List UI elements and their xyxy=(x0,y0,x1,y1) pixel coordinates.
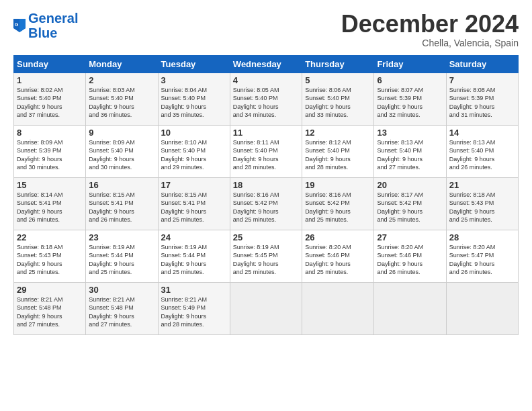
col-monday: Monday xyxy=(86,55,158,73)
col-sunday: Sunday xyxy=(14,55,86,73)
day-number: 30 xyxy=(89,285,154,295)
table-row: 11Sunrise: 8:11 AM Sunset: 5:40 PM Dayli… xyxy=(230,125,302,177)
day-info: Sunrise: 8:07 AM Sunset: 5:39 PM Dayligh… xyxy=(377,86,443,120)
day-info: Sunrise: 8:03 AM Sunset: 5:40 PM Dayligh… xyxy=(89,86,154,120)
table-row xyxy=(374,282,446,334)
day-info: Sunrise: 8:09 AM Sunset: 5:39 PM Dayligh… xyxy=(17,138,83,172)
calendar-week-1: 1Sunrise: 8:02 AM Sunset: 5:40 PM Daylig… xyxy=(14,73,519,125)
calendar-container: G General Blue December 2024 Chella, Val… xyxy=(0,0,532,411)
month-title: December 2024 xyxy=(341,11,519,38)
day-info: Sunrise: 8:13 AM Sunset: 5:40 PM Dayligh… xyxy=(449,138,515,172)
col-saturday: Saturday xyxy=(446,55,518,73)
calendar-table: Sunday Monday Tuesday Wednesday Thursday… xyxy=(13,55,519,335)
header-row: Sunday Monday Tuesday Wednesday Thursday… xyxy=(14,55,519,73)
day-info: Sunrise: 8:13 AM Sunset: 5:40 PM Dayligh… xyxy=(377,138,443,172)
day-number: 13 xyxy=(377,128,443,138)
day-info: Sunrise: 8:08 AM Sunset: 5:39 PM Dayligh… xyxy=(449,86,515,120)
table-row: 1Sunrise: 8:02 AM Sunset: 5:40 PM Daylig… xyxy=(14,73,86,125)
table-row: 15Sunrise: 8:14 AM Sunset: 5:41 PM Dayli… xyxy=(14,177,86,230)
day-number: 10 xyxy=(161,128,227,138)
day-number: 21 xyxy=(449,180,515,190)
svg-marker-1 xyxy=(19,19,26,32)
day-number: 14 xyxy=(449,128,515,138)
table-row: 29Sunrise: 8:21 AM Sunset: 5:48 PM Dayli… xyxy=(14,282,86,334)
day-info: Sunrise: 8:11 AM Sunset: 5:40 PM Dayligh… xyxy=(233,138,299,172)
day-number: 29 xyxy=(17,285,83,295)
calendar-week-3: 15Sunrise: 8:14 AM Sunset: 5:41 PM Dayli… xyxy=(14,177,519,230)
day-number: 7 xyxy=(449,75,515,85)
day-info: Sunrise: 8:18 AM Sunset: 5:43 PM Dayligh… xyxy=(449,191,515,224)
day-number: 9 xyxy=(89,128,154,138)
table-row: 5Sunrise: 8:06 AM Sunset: 5:40 PM Daylig… xyxy=(302,73,374,125)
table-row: 3Sunrise: 8:04 AM Sunset: 5:40 PM Daylig… xyxy=(158,73,230,125)
table-row: 8Sunrise: 8:09 AM Sunset: 5:39 PM Daylig… xyxy=(14,125,86,177)
day-info: Sunrise: 8:20 AM Sunset: 5:46 PM Dayligh… xyxy=(305,243,371,277)
day-info: Sunrise: 8:10 AM Sunset: 5:40 PM Dayligh… xyxy=(161,138,227,172)
day-info: Sunrise: 8:16 AM Sunset: 5:42 PM Dayligh… xyxy=(305,191,371,224)
table-row: 7Sunrise: 8:08 AM Sunset: 5:39 PM Daylig… xyxy=(446,73,518,125)
table-row: 9Sunrise: 8:09 AM Sunset: 5:40 PM Daylig… xyxy=(86,125,158,177)
table-row: 27Sunrise: 8:20 AM Sunset: 5:46 PM Dayli… xyxy=(374,230,446,282)
table-row: 14Sunrise: 8:13 AM Sunset: 5:40 PM Dayli… xyxy=(446,125,518,177)
col-wednesday: Wednesday xyxy=(230,55,302,73)
table-row: 26Sunrise: 8:20 AM Sunset: 5:46 PM Dayli… xyxy=(302,230,374,282)
table-row: 2Sunrise: 8:03 AM Sunset: 5:40 PM Daylig… xyxy=(86,73,158,125)
table-row: 23Sunrise: 8:19 AM Sunset: 5:44 PM Dayli… xyxy=(86,230,158,282)
day-number: 5 xyxy=(305,75,371,85)
table-row: 22Sunrise: 8:18 AM Sunset: 5:43 PM Dayli… xyxy=(14,230,86,282)
table-row: 31Sunrise: 8:21 AM Sunset: 5:49 PM Dayli… xyxy=(158,282,230,334)
day-info: Sunrise: 8:15 AM Sunset: 5:41 PM Dayligh… xyxy=(161,191,227,224)
day-number: 6 xyxy=(377,75,443,85)
day-info: Sunrise: 8:18 AM Sunset: 5:43 PM Dayligh… xyxy=(17,243,83,277)
day-number: 25 xyxy=(233,232,299,242)
table-row: 25Sunrise: 8:19 AM Sunset: 5:45 PM Dayli… xyxy=(230,230,302,282)
day-info: Sunrise: 8:16 AM Sunset: 5:42 PM Dayligh… xyxy=(233,191,299,224)
day-number: 16 xyxy=(89,180,154,190)
table-row xyxy=(302,282,374,334)
calendar-week-2: 8Sunrise: 8:09 AM Sunset: 5:39 PM Daylig… xyxy=(14,125,519,177)
table-row: 17Sunrise: 8:15 AM Sunset: 5:41 PM Dayli… xyxy=(158,177,230,230)
table-row: 4Sunrise: 8:05 AM Sunset: 5:40 PM Daylig… xyxy=(230,73,302,125)
day-info: Sunrise: 8:19 AM Sunset: 5:45 PM Dayligh… xyxy=(233,243,299,277)
table-row xyxy=(230,282,302,334)
day-number: 2 xyxy=(89,75,154,85)
day-number: 17 xyxy=(161,180,227,190)
table-row: 16Sunrise: 8:15 AM Sunset: 5:41 PM Dayli… xyxy=(86,177,158,230)
day-info: Sunrise: 8:21 AM Sunset: 5:48 PM Dayligh… xyxy=(89,295,154,329)
day-info: Sunrise: 8:04 AM Sunset: 5:40 PM Dayligh… xyxy=(161,86,227,120)
day-number: 4 xyxy=(233,75,299,85)
day-info: Sunrise: 8:21 AM Sunset: 5:48 PM Dayligh… xyxy=(17,295,83,329)
day-info: Sunrise: 8:09 AM Sunset: 5:40 PM Dayligh… xyxy=(89,138,154,172)
col-friday: Friday xyxy=(374,55,446,73)
day-info: Sunrise: 8:20 AM Sunset: 5:47 PM Dayligh… xyxy=(449,243,515,277)
day-number: 20 xyxy=(377,180,443,190)
day-number: 15 xyxy=(17,180,83,190)
day-info: Sunrise: 8:17 AM Sunset: 5:42 PM Dayligh… xyxy=(377,191,443,224)
col-thursday: Thursday xyxy=(302,55,374,73)
day-number: 28 xyxy=(449,232,515,242)
header: G General Blue December 2024 Chella, Val… xyxy=(13,11,519,48)
day-info: Sunrise: 8:05 AM Sunset: 5:40 PM Dayligh… xyxy=(233,86,299,120)
calendar-body: 1Sunrise: 8:02 AM Sunset: 5:40 PM Daylig… xyxy=(14,73,519,334)
table-row: 10Sunrise: 8:10 AM Sunset: 5:40 PM Dayli… xyxy=(158,125,230,177)
day-number: 26 xyxy=(305,232,371,242)
table-row: 13Sunrise: 8:13 AM Sunset: 5:40 PM Dayli… xyxy=(374,125,446,177)
title-block: December 2024 Chella, Valencia, Spain xyxy=(341,11,519,48)
calendar-week-5: 29Sunrise: 8:21 AM Sunset: 5:48 PM Dayli… xyxy=(14,282,519,334)
svg-text:G: G xyxy=(15,22,19,27)
table-row: 12Sunrise: 8:12 AM Sunset: 5:40 PM Dayli… xyxy=(302,125,374,177)
table-row: 6Sunrise: 8:07 AM Sunset: 5:39 PM Daylig… xyxy=(374,73,446,125)
day-number: 18 xyxy=(233,180,299,190)
table-row: 28Sunrise: 8:20 AM Sunset: 5:47 PM Dayli… xyxy=(446,230,518,282)
day-info: Sunrise: 8:14 AM Sunset: 5:41 PM Dayligh… xyxy=(17,191,83,224)
day-number: 23 xyxy=(89,232,154,242)
table-row: 21Sunrise: 8:18 AM Sunset: 5:43 PM Dayli… xyxy=(446,177,518,230)
day-info: Sunrise: 8:02 AM Sunset: 5:40 PM Dayligh… xyxy=(17,86,83,120)
location: Chella, Valencia, Spain xyxy=(341,38,519,48)
day-number: 22 xyxy=(17,232,83,242)
day-number: 19 xyxy=(305,180,371,190)
day-number: 24 xyxy=(161,232,227,242)
day-number: 12 xyxy=(305,128,371,138)
day-info: Sunrise: 8:21 AM Sunset: 5:49 PM Dayligh… xyxy=(161,295,227,329)
day-number: 11 xyxy=(233,128,299,138)
